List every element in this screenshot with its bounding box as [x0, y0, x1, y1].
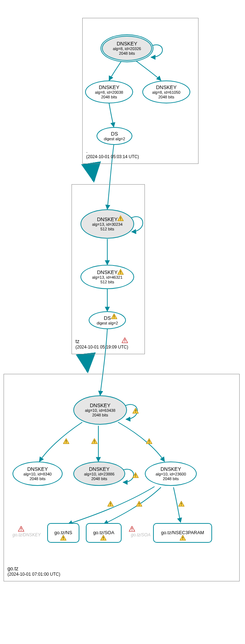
node-title: DNSKEY [74, 466, 124, 472]
node-title: DNSKEY [13, 466, 62, 472]
node-title: DNSKEY [146, 466, 196, 472]
node-sub1: digest alg=2 [97, 137, 132, 141]
node-title: DNSKEY [143, 84, 190, 90]
ghost-gotz-dnskey: go.tz/DNSKEY [13, 532, 41, 537]
node-title: DNSKEY [74, 402, 126, 408]
node-sub1: digest alg=2 [89, 321, 125, 326]
zone-tz-name: tz [75, 338, 128, 345]
node-title-text: DS [104, 315, 111, 321]
node-gotz-ksk[interactable]: DNSKEY alg=10, id=63438 2048 bits [73, 395, 127, 425]
node-sub1: alg=10, id=23600 [146, 472, 196, 477]
node-sub2: 512 bits [81, 227, 133, 231]
node-gotz-key-8340[interactable]: DNSKEY alg=10, id=8340 2048 bits [13, 462, 63, 486]
node-sub1: alg=10, id=23886 [74, 472, 124, 477]
node-root-ds[interactable]: DS digest alg=2 [97, 127, 132, 145]
node-title: go.tz/SOA [90, 530, 117, 536]
node-sub2: 2048 bits [74, 413, 126, 418]
node-root-zsk-20038[interactable]: DNSKEY alg=8, id=20038 2048 bits [85, 80, 133, 103]
node-title: DNSKEY [86, 84, 132, 90]
node-gotz-key-23600[interactable]: DNSKEY alg=10, id=23600 2048 bits [145, 462, 197, 486]
node-sub2: 512 bits [81, 280, 133, 284]
node-title: DNSKEY [103, 41, 151, 47]
node-tz-zsk[interactable]: DNSKEY alg=13, id=46321 512 bits [80, 265, 134, 289]
node-sub1: alg=10, id=8340 [13, 472, 62, 477]
node-title: DS [89, 315, 125, 321]
node-sub1: alg=8, id=20038 [86, 90, 132, 95]
node-title: DS [97, 131, 132, 137]
node-title: go.tz/NS [52, 530, 75, 536]
node-sub1: alg=8, id=20326 [103, 47, 151, 51]
zone-tz-label: tz (2024-10-01 05:19:09 UTC) [75, 338, 128, 350]
rr-gotz-ns[interactable]: go.tz/NS [47, 523, 79, 543]
node-sub2: 2048 bits [146, 477, 196, 481]
node-title-text: DNSKEY [97, 269, 118, 275]
zone-tz-timestamp: (2024-10-01 05:19:09 UTC) [75, 345, 128, 350]
ghost-gotz-soa: go.tz/SOA [131, 532, 151, 537]
zone-gotz-name: go.tz [8, 565, 60, 572]
node-tz-ksk[interactable]: DNSKEY alg=13, id=30234 512 bits [80, 209, 134, 239]
node-title: DNSKEY [81, 269, 133, 275]
zone-gotz-timestamp: (2024-10-01 07:01:00 UTC) [8, 572, 60, 577]
dnssec-diagram: . (2024-10-01 05:03:14 UTC) DNSKEY alg=8… [0, 0, 245, 644]
node-sub1: alg=10, id=63438 [74, 408, 126, 413]
node-root-zsk-61050[interactable]: DNSKEY alg=8, id=61050 2048 bits [142, 80, 190, 103]
rr-gotz-nsec3param[interactable]: go.tz/NSEC3PARAM [153, 523, 212, 543]
node-tz-ds[interactable]: DS digest alg=2 [89, 311, 126, 329]
node-sub2: 2048 bits [86, 95, 132, 99]
node-sub2: 2048 bits [13, 477, 62, 481]
node-sub1: alg=13, id=46321 [81, 275, 133, 280]
node-title: go.tz/NSEC3PARAM [157, 530, 208, 536]
zone-gotz-label: go.tz (2024-10-01 07:01:00 UTC) [8, 565, 60, 577]
node-title: DNSKEY [81, 216, 133, 222]
node-gotz-key-23886[interactable]: DNSKEY alg=10, id=23886 2048 bits [73, 462, 125, 486]
node-sub2: 2048 bits [143, 95, 190, 99]
node-sub2: 2048 bits [103, 51, 151, 56]
zone-root-timestamp: (2024-10-01 05:03:14 UTC) [86, 154, 139, 160]
zone-root-name: . [86, 148, 139, 154]
zone-root-label: . (2024-10-01 05:03:14 UTC) [86, 148, 139, 160]
node-sub1: alg=13, id=30234 [81, 222, 133, 227]
rr-gotz-soa[interactable]: go.tz/SOA [86, 523, 122, 543]
node-root-ksk[interactable]: DNSKEY alg=8, id=20326 2048 bits [102, 36, 152, 61]
node-sub2: 2048 bits [74, 477, 124, 481]
node-sub1: alg=8, id=61050 [143, 90, 190, 95]
node-title-text: DNSKEY [97, 216, 118, 222]
